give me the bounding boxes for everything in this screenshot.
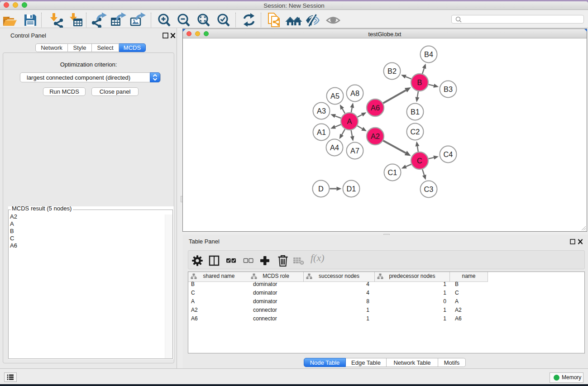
svg-text:B1: B1 [411,108,420,116]
svg-text:A7: A7 [350,147,359,155]
svg-text:B4: B4 [424,50,433,58]
svg-text:B3: B3 [444,85,453,93]
svg-text:A1: A1 [317,128,326,136]
svg-text:C2: C2 [411,128,420,136]
svg-text:B2: B2 [387,67,397,75]
svg-text:B: B [417,78,422,86]
svg-text:A8: A8 [350,89,359,97]
svg-text:D1: D1 [347,185,356,193]
svg-text:A5: A5 [330,92,339,100]
svg-text:A3: A3 [317,107,326,115]
svg-text:C: C [417,157,422,165]
svg-text:C4: C4 [444,150,453,158]
svg-text:A2: A2 [371,132,380,140]
svg-text:A: A [347,117,352,125]
svg-text:D: D [318,185,324,193]
svg-text:C3: C3 [424,185,434,193]
svg-text:A4: A4 [330,143,339,152]
svg-text:A6: A6 [371,104,380,112]
svg-text:C1: C1 [388,168,397,176]
